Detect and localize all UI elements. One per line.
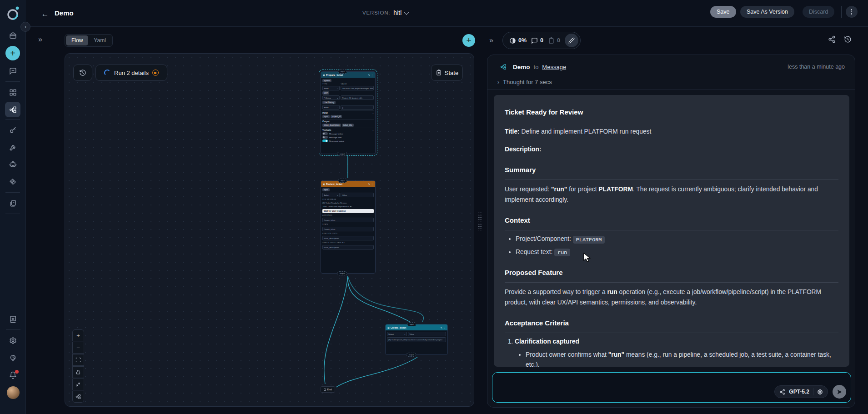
section-caps: ASSIGNED [322,214,374,216]
section-caps: EXECUTE UNTIL [322,233,374,234]
canvas-collapse-button[interactable]: » [38,35,41,44]
node-output-handle[interactable]: output [406,353,416,357]
sidebar-item-chat[interactable] [0,62,26,80]
tab-flow[interactable]: Flow [66,35,88,45]
share-icon[interactable] [828,35,836,43]
type-select[interactable]: Select⌄ [387,332,407,336]
sidebar-item-notifications[interactable] [0,366,26,384]
run-details-button[interactable]: Run 2 details [95,65,167,81]
progress-stat: 0% [509,37,527,44]
sidebar-item-tools[interactable] [0,139,26,156]
model-selector[interactable]: GPT-5.2 [774,385,828,398]
discard-button[interactable]: Discard [803,6,834,18]
maximize-icon [75,357,81,363]
divider [5,119,20,120]
flow-canvas[interactable]: Run 2 details State input ▣ Prepare_tick… [65,53,474,407]
value-field[interactable]: ticket_description [322,236,374,240]
toggle-label: Message after [329,136,341,139]
highlighted-row[interactable]: Wait for user response [322,209,374,213]
node-create-ticket[interactable]: input ▣ Create_ticket ✎ ⋮ Select⌄ Value … [385,324,448,355]
send-button[interactable] [833,385,846,399]
flow-avatar [497,61,509,73]
node-input-handle[interactable]: input [338,70,347,74]
sidebar-item-settings[interactable] [0,332,26,349]
run-history-button[interactable] [73,65,92,81]
sidebar-item-flows-active[interactable] [5,102,20,117]
sidebar-item-help[interactable] [0,349,26,366]
io-chip[interactable]: ticket_title [342,124,354,127]
sidebar-expand-button[interactable]: › [20,22,30,32]
io-chip[interactable]: project_id [331,115,342,118]
back-button[interactable]: ← [39,8,51,20]
type-select[interactable]: Fixed⌄ [322,105,340,110]
doc-paragraph: User requested: "run" for project PLATFO… [505,185,838,205]
io-chip[interactable]: ticket_description [322,124,341,127]
node-review-ticket[interactable]: input ▣ Review_ticket ✎ ⋮ input Select⌄ … [321,180,376,274]
save-as-version-button[interactable]: Save As Version [740,6,794,18]
section-caps: LLM MESSAGE [322,199,374,200]
add-component-button[interactable]: + [462,34,475,47]
workflow-icon [500,64,507,70]
zoom-in-button[interactable]: + [72,329,84,341]
toggle-off[interactable] [322,132,328,135]
node-output-handle[interactable]: output [337,271,347,275]
value-field[interactable]: ticket_description [322,245,374,249]
sidebar-item-apps[interactable] [0,84,26,101]
divider [5,192,20,193]
edit-icon[interactable]: ✎ [368,74,370,76]
chevron-right-icon: › [497,79,499,85]
panel-collapse-button[interactable]: » [489,36,492,45]
user-avatar[interactable] [7,386,20,399]
save-button[interactable]: Save [710,6,736,18]
toggle-off[interactable] [322,136,328,139]
type-select[interactable]: Fixed⌄ [322,86,340,90]
thought-toggle[interactable]: › Thought for 7 secs [497,79,552,85]
value-field[interactable]: Create_ticket [322,218,374,222]
zoom-out-button[interactable]: − [72,342,84,354]
edit-button[interactable] [565,34,578,47]
node-end[interactable]: End [321,386,335,393]
field-chip: input [322,188,330,191]
kebab-icon[interactable]: ⋮ [443,326,446,329]
history-icon[interactable] [844,35,852,43]
node-prepare-ticket[interactable]: input ▣ Prepare_ticket ✎ ⋮ system Type V… [321,71,376,154]
value-field[interactable]: (S) Ticket {ticket_title} has been succe… [387,337,446,342]
value-field[interactable]: You are a Jira project manager. When... [341,86,374,90]
state-button[interactable]: State [431,65,463,81]
sidebar-add-button[interactable]: + [5,46,20,60]
sidebar-item-docs[interactable] [0,310,26,328]
message-target-link[interactable]: Message [542,64,566,70]
kebab-icon[interactable]: ⋮ [371,74,373,76]
edit-icon[interactable]: ✎ [441,326,442,329]
tab-yaml[interactable]: Yaml [88,35,111,45]
type-select[interactable]: F-String⌄ [322,95,340,100]
panel-resize-handle[interactable] [478,212,482,231]
minimize-button[interactable] [72,379,84,390]
node-input-handle[interactable]: input [338,179,347,183]
value-field[interactable]: Value [408,332,446,336]
chat-input[interactable]: GPT-5.2 [492,372,851,403]
gear-icon[interactable] [817,389,823,395]
grid-icon [9,89,17,96]
value-field[interactable]: Value [341,193,374,197]
value-field[interactable]: [] [341,105,374,110]
toggle-on[interactable] [322,140,328,142]
stop-icon[interactable] [152,70,159,76]
node-output-handle[interactable]: output [337,152,347,156]
type-select[interactable]: Select⌄ [322,193,340,197]
fit-view-button[interactable] [72,354,84,366]
version-selector[interactable]: VERSION: hitl [362,9,408,16]
sidebar-item-tags[interactable] [0,173,26,190]
sidebar-item-keys[interactable] [0,121,26,139]
layout-button[interactable] [72,391,84,403]
value-field[interactable]: Project: ID {project_id}... [341,95,374,100]
kebab-icon[interactable]: ⋮ [371,183,373,185]
value-field[interactable]: Create_ticket [322,227,374,231]
edit-icon[interactable]: ✎ [368,183,370,185]
io-chip[interactable]: input [322,115,330,118]
lock-button[interactable] [72,366,84,378]
more-options-button[interactable] [846,6,858,18]
sidebar-item-plugins[interactable] [0,156,26,173]
sidebar-item-files[interactable] [0,195,26,212]
node-input-handle[interactable]: input [407,322,416,326]
